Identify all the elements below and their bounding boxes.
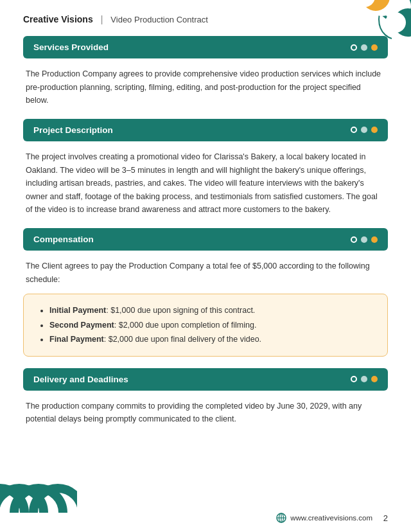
footer: www.creativevisions.com [0,513,411,523]
payment-item-initial: Initial Payment: $1,000 due upon signing… [49,303,374,318]
top-decoration [328,0,411,48]
delivery-dots [351,376,378,382]
project-dots [351,127,378,133]
dot-orange-icon [371,236,378,243]
initial-payment-text: : $1,000 due upon signing of this contra… [106,306,255,315]
final-payment-label: Final Payment [49,335,104,344]
delivery-section: Delivery and Deadlines The production co… [23,368,388,426]
project-header: Project Description [23,119,388,141]
compensation-title: Compensation [33,235,94,244]
svg-point-5 [385,12,406,33]
payment-item-final: Final Payment: $2,000 due upon final del… [49,332,374,347]
payment-list: Initial Payment: $1,000 due upon signing… [39,303,374,347]
services-title: Services Provided [33,42,109,52]
initial-payment-label: Initial Payment [49,306,106,315]
dot-orange-icon [371,376,378,382]
payment-schedule-box: Initial Payment: $1,000 due upon signing… [23,294,388,357]
project-body: The project involves creating a promotio… [23,150,388,217]
document-title: Video Production Contract [110,15,208,24]
delivery-header: Delivery and Deadlines [23,368,388,391]
services-body: The Production Company agrees to provide… [23,67,388,107]
dot-white-icon [361,127,367,133]
compensation-body: The Client agrees to pay the Production … [23,260,388,286]
header-divider: | [101,14,103,24]
main-content: Services Provided The Production Company… [0,31,411,463]
dot-orange-icon [371,127,378,133]
brand-name: Creative Visions [23,14,93,24]
compensation-header: Compensation [23,228,388,251]
delivery-body: The production company commits to provid… [23,400,388,426]
delivery-title: Delivery and Deadlines [33,375,128,384]
dot-white-icon [361,44,367,51]
payment-item-second: Second Payment: $2,000 due upon completi… [49,318,374,333]
final-payment-text: : $2,000 due upon final delivery of the … [104,335,261,344]
dot-white-icon [361,236,367,243]
dot-outline-icon [351,127,357,133]
dot-white-icon [361,376,367,382]
project-title: Project Description [33,125,113,135]
second-payment-label: Second Payment [49,321,114,330]
compensation-section: Compensation The Client agrees to pay th… [23,228,388,357]
globe-icon [276,513,286,523]
compensation-dots [351,236,378,243]
page-number: 2 [383,513,388,523]
dot-outline-icon [351,236,357,243]
bottom-decoration [0,452,77,513]
project-section: Project Description The project involves… [23,119,388,217]
website-url: www.creativevisions.com [290,514,372,522]
second-payment-text: : $2,000 due upon completion of filming. [114,321,257,330]
dot-outline-icon [351,376,357,382]
